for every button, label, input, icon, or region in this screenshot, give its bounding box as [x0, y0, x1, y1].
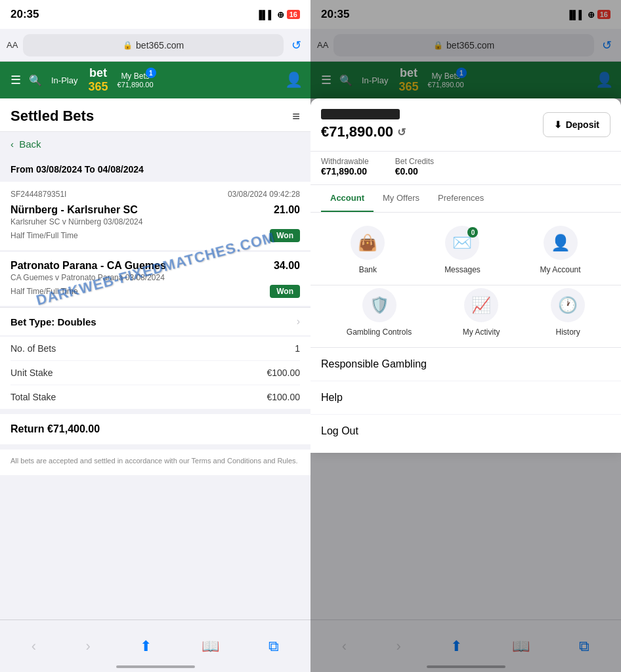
status-icons-left: ▐▌▌ ⊕ 16 [256, 10, 300, 20]
account-dropdown: €71,890.00 ↺ ⬇ Deposit Withdrawable €71,… [310, 98, 621, 453]
gambling-controls-icon-circle: 🛡️ [362, 288, 396, 322]
my-account-icon-circle: 👤 [544, 226, 578, 260]
back-chevron-left: ‹ [11, 138, 14, 150]
domain-left: bet365.com [136, 40, 184, 51]
address-bar-left[interactable]: 🔒 bet365.com [23, 34, 284, 56]
history-icon-circle: 🕐 [551, 288, 585, 322]
share-btn-browser-left[interactable]: ⬆ [132, 633, 160, 660]
date-range-text-left: From 03/08/2024 To 04/08/2024 [11, 164, 144, 175]
history-item[interactable]: 🕐 History [551, 288, 585, 337]
deposit-button[interactable]: ⬇ Deposit [543, 112, 610, 137]
back-link-left[interactable]: ‹ Back [11, 138, 41, 150]
messages-item[interactable]: ✉️ 0 Messages [444, 226, 481, 274]
menu-icon-left[interactable]: ☰ [5, 68, 26, 93]
reload-btn-left[interactable]: ↺ [289, 35, 304, 55]
balance-value: €71,890.00 [321, 123, 393, 140]
bank-icon-circle: 👜 [351, 226, 385, 260]
date-range-left: From 03/08/2024 To 04/08/2024 [0, 157, 310, 182]
dropdown-overlay: €71,890.00 ↺ ⬇ Deposit Withdrawable €71,… [310, 98, 621, 620]
stat-row-bets: No. of Bets 1 [11, 337, 300, 361]
gambling-controls-icon: 🛡️ [370, 296, 389, 314]
total-stake-label: Total Stake [11, 392, 56, 402]
history-label: History [555, 327, 580, 337]
deposit-label: Deposit [566, 119, 599, 130]
my-activity-icon-circle: 📈 [464, 288, 498, 322]
browser-bar-left: AA 🔒 bet365.com ↺ [0, 29, 310, 62]
gambling-controls-label: Gambling Controls [347, 327, 412, 337]
return-label: Return €71,400.00 [11, 423, 100, 434]
bet-match-2: Patronato Parana - CA Guemes [11, 260, 166, 272]
back-nav-left: ‹ Back [0, 132, 310, 157]
bet-teams-1: Karlsruher SC v Nürnberg 03/08/2024 [11, 217, 300, 226]
account-icon-grid-2: 🛡️ Gambling Controls 📈 My Activity 🕐 His… [310, 285, 621, 348]
search-icon-left[interactable]: 🔍 [26, 72, 45, 89]
right-phone-panel: 20:35 ▐▌▌ ⊕ 16 AA 🔒 bet365.com ↺ ☰ 🔍 In-… [310, 0, 621, 672]
tab-account[interactable]: Account [321, 185, 374, 212]
bet-type-chevron: › [297, 316, 300, 327]
left-phone-panel: 20:35 ▐▌▌ ⊕ 16 AA 🔒 bet365.com ↺ ☰ 🔍 In-… [0, 0, 310, 672]
logo-365-left: 365 [88, 80, 108, 94]
tabs-btn-browser-left[interactable]: ⧉ [261, 633, 287, 660]
withdrawable-item: Withdrawable €71,890.00 [321, 157, 369, 177]
responsible-gambling-menu-item[interactable]: Responsible Gambling [310, 348, 621, 381]
balance-details: Withdrawable €71,890.00 Bet Credits €0.0… [310, 152, 621, 185]
bet-market-1: Half Time/Full Time [11, 231, 78, 240]
my-activity-label: My Activity [463, 327, 500, 337]
browser-bottom-left: ‹ › ⬆ 📖 ⧉ [0, 620, 310, 672]
my-activity-item[interactable]: 📈 My Activity [463, 288, 500, 337]
bet-odds-2: 34.00 [274, 260, 300, 272]
account-icon-left[interactable]: 👤 [282, 66, 305, 94]
my-bets-left[interactable]: My Bets 1 €71,890.00 [112, 69, 159, 91]
refresh-icon[interactable]: ↺ [397, 126, 406, 138]
logo-bet-left: bet [89, 66, 107, 80]
page-scroll-left[interactable]: Settled Bets ≡ ‹ Back From 03/08/2024 To… [0, 98, 310, 620]
account-icon-grid: 👜 Bank ✉️ 0 Messages 👤 My Account [310, 213, 621, 285]
my-bets-label-left: My Bets 1 [121, 72, 149, 81]
my-account-label: My Account [540, 265, 581, 274]
bet-teams-2: CA Guemes v Patronato Parana 03/08/2024 [11, 273, 300, 282]
font-size-control-left[interactable]: AA [7, 40, 18, 50]
page-header-left: Settled Bets ≡ [0, 98, 310, 132]
withdrawable-label: Withdrawable [321, 157, 369, 166]
back-btn-browser-left[interactable]: ‹ [24, 633, 44, 660]
stats-section: No. of Bets 1 Unit Stake €100.00 Total S… [0, 337, 310, 409]
bank-label: Bank [359, 265, 377, 274]
unit-stake-value: €100.00 [267, 368, 300, 378]
tab-my-offers[interactable]: My Offers [374, 185, 429, 212]
bet-card-2: Patronato Parana - CA Guemes 34.00 CA Gu… [0, 251, 310, 306]
help-menu-item[interactable]: Help [310, 381, 621, 415]
bet-market-2: Half Time/Full Time [11, 287, 78, 296]
signal-icon-left: ▐▌▌ [256, 10, 274, 20]
my-account-icon: 👤 [551, 234, 570, 252]
total-stake-value: €100.00 [267, 392, 300, 402]
messages-icon-circle: ✉️ 0 [445, 226, 479, 260]
forward-btn-browser-left[interactable]: › [78, 633, 98, 660]
wifi-icon-left: ⊕ [277, 10, 284, 20]
my-account-item[interactable]: 👤 My Account [540, 226, 581, 274]
return-section: Return €71,400.00 [0, 414, 310, 444]
bet-type-label: Bet Type: Doubles [11, 316, 96, 327]
tab-preferences[interactable]: Preferences [429, 185, 493, 212]
logout-menu-item[interactable]: Log Out [310, 415, 621, 448]
history-icon: 🕐 [558, 296, 578, 314]
bet-match-1: Nürnberg - Karlsruher SC [11, 204, 138, 216]
bet-type-section[interactable]: Bet Type: Doubles › [0, 307, 310, 335]
bet-datetime-1: 03/08/2024 09:42:28 [228, 190, 300, 199]
withdrawable-value: €71,890.00 [321, 166, 369, 177]
bet-credits-item: Bet Credits €0.00 [395, 157, 434, 177]
bank-item[interactable]: 👜 Bank [351, 226, 385, 274]
page-title-left: Settled Bets [11, 108, 94, 125]
bookmarks-btn-browser-left[interactable]: 📖 [194, 633, 227, 660]
hamburger-icon-left[interactable]: ≡ [292, 109, 300, 124]
lock-icon-left: 🔒 [123, 41, 133, 50]
bet-credits-label: Bet Credits [395, 157, 434, 166]
gambling-controls-item[interactable]: 🛡️ Gambling Controls [347, 288, 412, 337]
bets-value: 1 [295, 343, 300, 354]
account-top: €71,890.00 ↺ ⬇ Deposit [310, 98, 621, 152]
footer-text-left: All bets are accepted and settled in acc… [0, 450, 310, 475]
bets-label: No. of Bets [11, 343, 56, 354]
in-play-link-left[interactable]: In-Play [45, 70, 84, 91]
bet-result-2: Won [270, 285, 300, 298]
account-balance-block: €71,890.00 ↺ [321, 109, 406, 140]
status-bar-left: 20:35 ▐▌▌ ⊕ 16 [0, 0, 310, 29]
